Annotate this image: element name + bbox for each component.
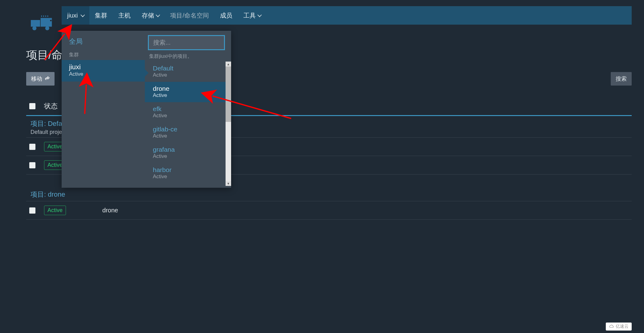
- watermark-badge: 亿速云: [606, 323, 632, 331]
- cluster-dropdown-label: jiuxi: [67, 12, 78, 19]
- scroll-down-arrow[interactable]: ▼: [226, 181, 231, 186]
- status-badge: Active: [44, 206, 66, 215]
- project-item-harbor[interactable]: harborActive: [145, 163, 231, 183]
- rancher-logo[interactable]: [28, 15, 55, 31]
- svg-point-2: [32, 26, 36, 30]
- scroll-up-arrow[interactable]: ▲: [226, 62, 231, 66]
- global-link[interactable]: 全局: [62, 31, 145, 50]
- project-search-input[interactable]: [148, 35, 225, 50]
- project-item-efk[interactable]: efkActive: [145, 102, 231, 122]
- select-all-checkbox[interactable]: [29, 103, 35, 109]
- project-item-grafana[interactable]: grafanaActive: [145, 143, 231, 163]
- search-button[interactable]: 搜索: [611, 72, 632, 86]
- chevron-down-icon: [81, 13, 85, 17]
- nav-item-3[interactable]: 项目/命名空间: [165, 6, 214, 25]
- share-icon: [45, 76, 50, 81]
- top-navbar: jiuxi 集群主机存储项目/命名空间成员工具: [62, 6, 632, 25]
- table-header: 状态: [26, 97, 66, 116]
- move-button[interactable]: 移动: [26, 72, 55, 86]
- svg-point-3: [45, 26, 49, 30]
- row-checkbox[interactable]: [29, 207, 35, 214]
- row-name[interactable]: drone: [102, 207, 118, 214]
- nav-item-2[interactable]: 存储: [136, 6, 165, 25]
- project-list-hint: 集群jiuxi中的项目。: [145, 53, 231, 62]
- project-item-drone[interactable]: droneActive: [145, 82, 231, 102]
- nav-item-1[interactable]: 主机: [113, 6, 136, 25]
- project-item-default[interactable]: DefaultActive: [145, 62, 231, 82]
- cluster-section-label: 集群: [62, 50, 145, 60]
- svg-rect-1: [41, 18, 52, 26]
- cluster-dropdown-trigger[interactable]: jiuxi: [62, 6, 89, 25]
- svg-point-4: [50, 20, 52, 21]
- status-column-header[interactable]: 状态: [44, 102, 58, 111]
- cluster-item-0[interactable]: jiuxiActive: [62, 60, 145, 82]
- flyout-right-panel: 集群jiuxi中的项目。 DefaultActivedroneActiveefk…: [145, 31, 231, 188]
- flyout-left-panel: 全局 集群 jiuxiActive: [62, 31, 145, 188]
- scrollbar-track[interactable]: [226, 66, 231, 181]
- scrollbar-thumb[interactable]: [226, 66, 231, 122]
- nav-item-0[interactable]: 集群: [89, 6, 113, 25]
- chevron-down-icon: [156, 13, 160, 17]
- table-row[interactable]: Activedrone: [26, 201, 632, 220]
- row-checkbox[interactable]: [29, 162, 35, 168]
- svg-rect-0: [31, 20, 40, 27]
- row-checkbox[interactable]: [29, 144, 35, 150]
- chevron-down-icon: [257, 13, 262, 17]
- nav-item-5[interactable]: 工具: [238, 6, 266, 25]
- cloud-icon: [609, 324, 614, 329]
- project-group-header[interactable]: 项目: drone: [26, 187, 632, 201]
- cluster-project-flyout: 全局 集群 jiuxiActive 集群jiuxi中的项目。 DefaultAc…: [62, 31, 231, 188]
- nav-item-4[interactable]: 成员: [214, 6, 238, 25]
- project-item-gitlab-ce[interactable]: gitlab-ceActive: [145, 122, 231, 143]
